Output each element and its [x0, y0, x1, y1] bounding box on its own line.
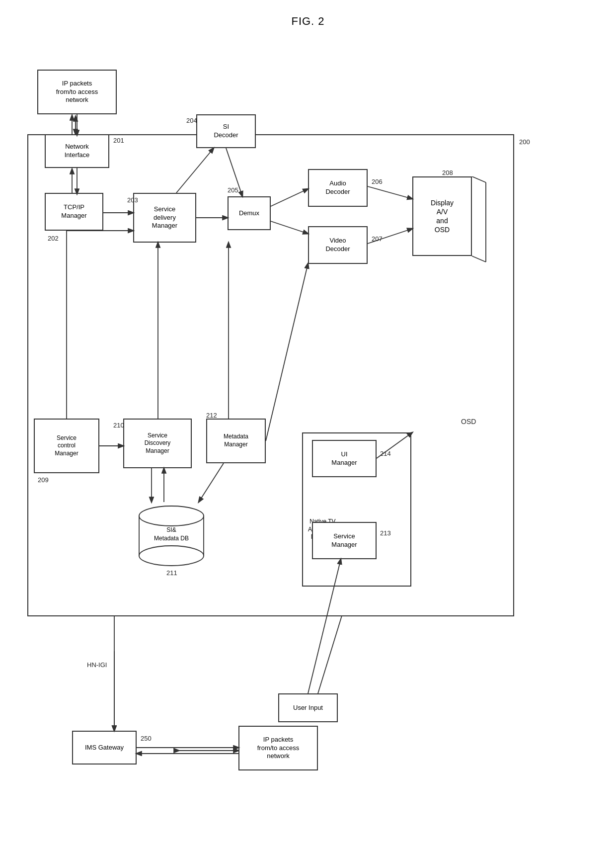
- ip-packets-bottom-box: IP packets from/to access network: [238, 726, 318, 770]
- ref-207: 207: [372, 235, 383, 243]
- si-decoder-box: SI Decoder: [196, 114, 256, 148]
- ref-250: 250: [141, 735, 152, 742]
- ref-200: 200: [519, 138, 530, 146]
- ref-206: 206: [372, 178, 383, 185]
- ref-204: 204: [186, 117, 197, 124]
- page: FIG. 2: [0, 0, 616, 850]
- ui-manager-box: UI Manager: [312, 440, 377, 477]
- video-decoder-box: Video Decoder: [308, 226, 368, 264]
- osd-label: OSD: [461, 418, 476, 425]
- demux-box: Demux: [228, 196, 271, 230]
- service-control-manager-box: Service control Manager: [34, 419, 99, 473]
- ref-203: 203: [127, 196, 138, 204]
- ref-208: 208: [442, 169, 453, 176]
- service-delivery-manager-box: Service delivery Manager: [133, 193, 196, 243]
- ref-210: 210: [113, 422, 124, 429]
- ref-205: 205: [228, 186, 238, 194]
- service-discovery-manager-box: Service Discovery Manager: [123, 419, 192, 468]
- hn-igi-label: HN-IGI: [87, 661, 107, 669]
- ref-209: 209: [38, 476, 49, 484]
- figure-title: FIG. 2: [0, 0, 616, 28]
- metadata-manager-box: Metadata Manager: [206, 419, 266, 463]
- ref-212: 212: [206, 412, 217, 419]
- ref-211: 211: [166, 569, 177, 577]
- svg-point-31: [139, 506, 204, 526]
- display-av-osd-box: Display A/V and OSD: [412, 176, 472, 256]
- svg-point-32: [139, 546, 204, 566]
- tcp-ip-manager-box: TCP/IP Manager: [45, 193, 103, 231]
- service-manager-box: Service Manager: [312, 522, 377, 559]
- ims-gateway-box: IMS Gateway: [72, 731, 137, 765]
- ip-packets-top-box: IP packets from/to access network: [37, 70, 117, 114]
- ref-202: 202: [48, 235, 59, 242]
- ref-213: 213: [380, 529, 391, 537]
- ref-201: 201: [113, 137, 124, 144]
- audio-decoder-box: Audio Decoder: [308, 169, 368, 207]
- si-metadata-db: SI& Metadata DB: [134, 502, 209, 567]
- ref-214: 214: [380, 450, 391, 457]
- user-input-box: User Input: [278, 693, 338, 722]
- network-interface-box: Network Interface: [45, 134, 109, 168]
